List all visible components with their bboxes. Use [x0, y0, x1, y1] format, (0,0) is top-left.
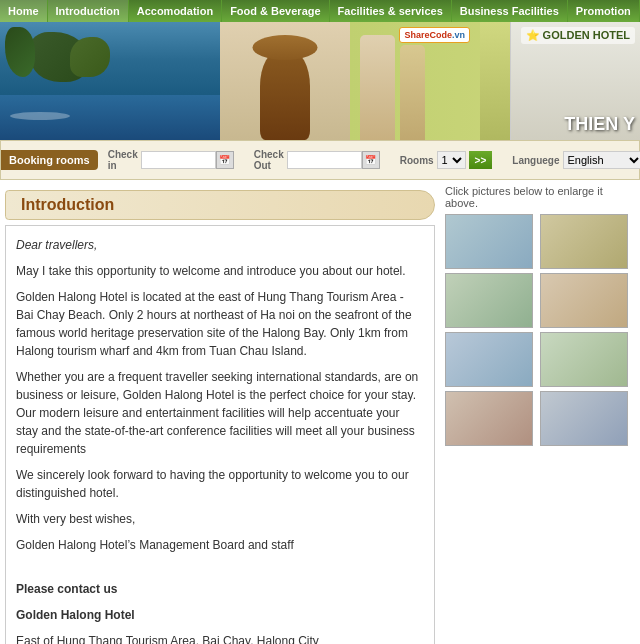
banner-right: ⭐ GOLDEN HOTEL THIEN Y ShareCode.vn	[350, 22, 640, 140]
intro-p3: Golden Halong Hotel is located at the ea…	[16, 288, 424, 360]
intro-heading: Introduction	[5, 190, 435, 220]
intro-p4: Whether you are a frequent traveller see…	[16, 368, 424, 458]
nav-home[interactable]: Home	[0, 0, 48, 22]
intro-p2: May I take this opportunity to welcome a…	[16, 262, 424, 280]
intro-p5: We sincerely look forward to having the …	[16, 466, 424, 502]
photo-thumb-2[interactable]	[540, 214, 628, 269]
checkout-label: Check Out	[254, 149, 284, 171]
checkin-label: Check in	[108, 149, 138, 171]
nav-accomodation[interactable]: Accomodation	[129, 0, 222, 22]
checkin-input[interactable]	[141, 151, 216, 169]
checkout-input[interactable]	[287, 151, 362, 169]
booking-rooms-label: Booking rooms	[1, 150, 98, 170]
language-label: Languege	[512, 155, 559, 166]
booking-bar: Booking rooms Check in 📅 Check Out 📅 Roo…	[0, 140, 640, 180]
intro-p7: Golden Halong Hotel’s Management Board a…	[16, 536, 424, 554]
photo-thumb-3[interactable]	[445, 273, 533, 328]
navigation: Home Introduction Accomodation Food & Be…	[0, 0, 640, 22]
photo-thumb-1[interactable]	[445, 214, 533, 269]
intro-p1: Dear travellers,	[16, 236, 424, 254]
rooms-section: Rooms 1234 >>	[400, 151, 493, 169]
intro-text-box: Dear travellers, May I take this opportu…	[5, 225, 435, 644]
nav-promotion[interactable]: Promotion	[568, 0, 640, 22]
language-section: Languege English Vietnamese >>	[512, 151, 640, 169]
photo-thumb-5[interactable]	[445, 332, 533, 387]
photo-thumb-6[interactable]	[540, 332, 628, 387]
checkout-section: Check Out 📅	[254, 149, 380, 171]
nav-business[interactable]: Business Facilities	[452, 0, 568, 22]
photo-grid	[445, 214, 630, 446]
rooms-go-btn[interactable]: >>	[469, 151, 493, 169]
main-content: Introduction Dear travellers, May I take…	[0, 180, 640, 644]
nav-introduction[interactable]: Introduction	[48, 0, 129, 22]
photo-thumb-8[interactable]	[540, 391, 628, 446]
banner-left	[0, 22, 220, 140]
checkout-calendar-btn[interactable]: 📅	[362, 151, 380, 169]
left-content: Introduction Dear travellers, May I take…	[0, 180, 440, 644]
header-banner: ⭐ GOLDEN HOTEL THIEN Y ShareCode.vn	[0, 22, 640, 140]
contact-name: Golden Halong Hotel	[16, 606, 424, 624]
banner-center	[220, 22, 350, 140]
checkin-section: Check in 📅	[108, 149, 234, 171]
contact-address: East of Hung Thang Tourism Area, Bai Cha…	[16, 632, 424, 644]
intro-p6: With very best wishes,	[16, 510, 424, 528]
right-sidebar: Click pictures below to enlarge it above…	[440, 180, 635, 644]
checkin-calendar-btn[interactable]: 📅	[216, 151, 234, 169]
sharecode-logo: ShareCode.vn	[399, 27, 470, 43]
nav-facilities[interactable]: Facilities & services	[330, 0, 452, 22]
photo-thumb-4[interactable]	[540, 273, 628, 328]
language-select[interactable]: English Vietnamese	[563, 151, 640, 169]
golden-hotel-label: ⭐ GOLDEN HOTEL	[521, 27, 635, 44]
thien-y-label: THIEN Y	[564, 114, 635, 135]
rooms-select[interactable]: 1234	[437, 151, 466, 169]
nav-food[interactable]: Food & Beverage	[222, 0, 329, 22]
rooms-label: Rooms	[400, 155, 434, 166]
contact-heading: Please contact us	[16, 580, 424, 598]
photo-thumb-7[interactable]	[445, 391, 533, 446]
click-pictures-text: Click pictures below to enlarge it above…	[445, 185, 630, 209]
